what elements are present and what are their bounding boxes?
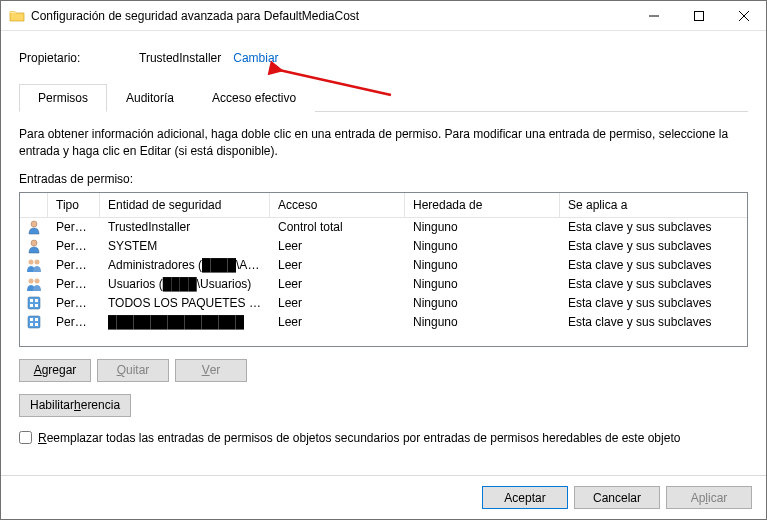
entries-label: Entradas de permiso: bbox=[19, 172, 748, 186]
col-type[interactable]: Tipo bbox=[48, 193, 100, 217]
maximize-button[interactable] bbox=[676, 1, 721, 30]
cell-type: Perm... bbox=[48, 219, 100, 235]
table-row[interactable]: Perm...████████████████LeerNingunoEsta c… bbox=[20, 313, 747, 332]
cell-type: Perm... bbox=[48, 295, 100, 311]
cell-applies: Esta clave y sus subclaves bbox=[560, 219, 747, 235]
enable-inheritance-button[interactable]: Habilitar herencia bbox=[19, 394, 131, 417]
pkg-icon bbox=[26, 314, 42, 330]
group-icon bbox=[26, 276, 42, 292]
owner-value: TrustedInstaller bbox=[139, 51, 221, 65]
cell-inherited: Ninguno bbox=[405, 238, 560, 254]
svg-point-4 bbox=[31, 221, 37, 227]
replace-checkbox[interactable] bbox=[19, 431, 32, 444]
remove-button[interactable]: Quitar bbox=[97, 359, 169, 382]
permission-entries-grid[interactable]: Tipo Entidad de seguridad Acceso Heredad… bbox=[19, 192, 748, 347]
tab-auditing[interactable]: Auditoría bbox=[107, 84, 193, 112]
tab-permissions[interactable]: Permisos bbox=[19, 84, 107, 112]
col-principal[interactable]: Entidad de seguridad bbox=[100, 193, 270, 217]
cell-inherited: Ninguno bbox=[405, 257, 560, 273]
window-title: Configuración de seguridad avanzada para… bbox=[31, 9, 631, 23]
minimize-button[interactable] bbox=[631, 1, 676, 30]
owner-label: Propietario: bbox=[19, 51, 139, 65]
svg-rect-1 bbox=[694, 11, 703, 20]
cell-type: Perm... bbox=[48, 238, 100, 254]
svg-point-7 bbox=[35, 260, 40, 265]
cell-principal: Usuarios (████\Usuarios) bbox=[100, 276, 270, 292]
cancel-button[interactable]: Cancelar bbox=[574, 486, 660, 509]
svg-point-9 bbox=[35, 279, 40, 284]
cell-applies: Esta clave y sus subclaves bbox=[560, 238, 747, 254]
cell-inherited: Ninguno bbox=[405, 219, 560, 235]
svg-rect-18 bbox=[30, 323, 33, 326]
cell-principal: TODOS LOS PAQUETES DE AP... bbox=[100, 295, 270, 311]
add-button[interactable]: Agregar bbox=[19, 359, 91, 382]
info-text: Para obtener información adicional, haga… bbox=[19, 126, 748, 160]
cell-applies: Esta clave y sus subclaves bbox=[560, 314, 747, 330]
cell-inherited: Ninguno bbox=[405, 276, 560, 292]
replace-checkbox-row[interactable]: Reemplazar todas las entradas de permiso… bbox=[19, 431, 748, 445]
tab-effective-access[interactable]: Acceso efectivo bbox=[193, 84, 315, 112]
svg-rect-10 bbox=[28, 297, 40, 309]
col-applies[interactable]: Se aplica a bbox=[560, 193, 747, 217]
svg-point-5 bbox=[31, 240, 37, 246]
cell-access: Leer bbox=[270, 314, 405, 330]
svg-rect-19 bbox=[35, 323, 38, 326]
svg-rect-11 bbox=[30, 299, 33, 302]
svg-rect-12 bbox=[35, 299, 38, 302]
cell-applies: Esta clave y sus subclaves bbox=[560, 257, 747, 273]
group-icon bbox=[26, 257, 42, 273]
cell-type: Perm... bbox=[48, 276, 100, 292]
svg-rect-13 bbox=[30, 304, 33, 307]
cell-access: Leer bbox=[270, 238, 405, 254]
cell-principal: TrustedInstaller bbox=[100, 219, 270, 235]
cell-principal: ████████████████ bbox=[100, 314, 270, 330]
table-row[interactable]: Perm...TODOS LOS PAQUETES DE AP...LeerNi… bbox=[20, 294, 747, 313]
table-row[interactable]: Perm...SYSTEMLeerNingunoEsta clave y sus… bbox=[20, 237, 747, 256]
ok-button[interactable]: Aceptar bbox=[482, 486, 568, 509]
user-icon bbox=[26, 238, 42, 254]
cell-type: Perm... bbox=[48, 314, 100, 330]
table-row[interactable]: Perm...Usuarios (████\Usuarios)LeerNingu… bbox=[20, 275, 747, 294]
cell-inherited: Ninguno bbox=[405, 295, 560, 311]
cell-access: Leer bbox=[270, 257, 405, 273]
col-inherited[interactable]: Heredada de bbox=[405, 193, 560, 217]
cell-access: Control total bbox=[270, 219, 405, 235]
svg-rect-14 bbox=[35, 304, 38, 307]
svg-rect-17 bbox=[35, 318, 38, 321]
cell-applies: Esta clave y sus subclaves bbox=[560, 295, 747, 311]
replace-checkbox-label: Reemplazar todas las entradas de permiso… bbox=[38, 431, 680, 445]
apply-button[interactable]: Aplicar bbox=[666, 486, 752, 509]
col-access[interactable]: Acceso bbox=[270, 193, 405, 217]
cell-applies: Esta clave y sus subclaves bbox=[560, 276, 747, 292]
user-icon bbox=[26, 219, 42, 235]
close-button[interactable] bbox=[721, 1, 766, 30]
cell-type: Perm... bbox=[48, 257, 100, 273]
cell-principal: Administradores (████\Adm... bbox=[100, 257, 270, 273]
cell-access: Leer bbox=[270, 276, 405, 292]
cell-principal: SYSTEM bbox=[100, 238, 270, 254]
folder-icon bbox=[9, 8, 25, 24]
svg-rect-15 bbox=[28, 316, 40, 328]
cell-inherited: Ninguno bbox=[405, 314, 560, 330]
table-row[interactable]: Perm...Administradores (████\Adm...LeerN… bbox=[20, 256, 747, 275]
table-row[interactable]: Perm...TrustedInstallerControl totalNing… bbox=[20, 218, 747, 237]
svg-point-6 bbox=[29, 260, 34, 265]
grid-header[interactable]: Tipo Entidad de seguridad Acceso Heredad… bbox=[20, 193, 747, 218]
cell-access: Leer bbox=[270, 295, 405, 311]
change-owner-link[interactable]: Cambiar bbox=[233, 51, 278, 65]
pkg-icon bbox=[26, 295, 42, 311]
svg-point-8 bbox=[29, 279, 34, 284]
view-button[interactable]: Ver bbox=[175, 359, 247, 382]
svg-rect-16 bbox=[30, 318, 33, 321]
